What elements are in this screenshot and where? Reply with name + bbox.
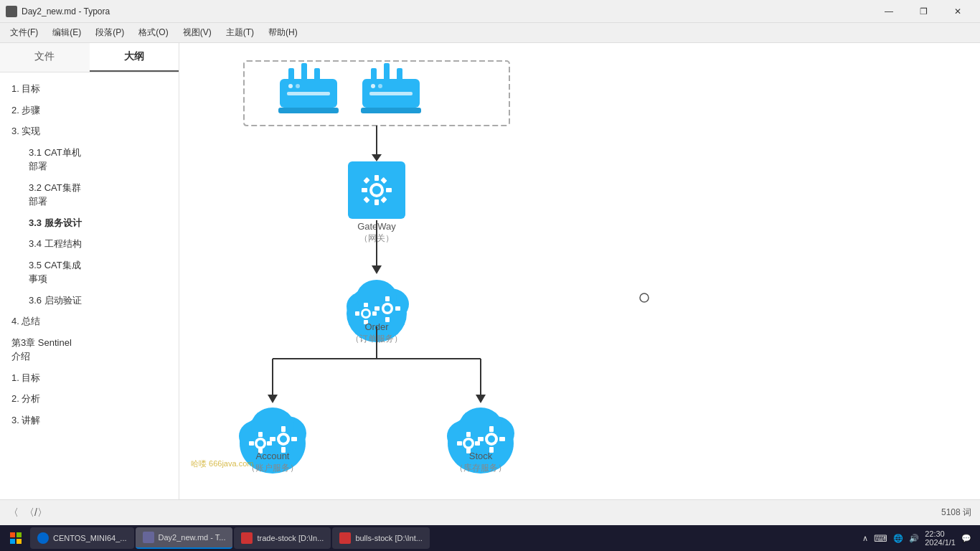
- svg-point-31: [280, 435, 287, 443]
- nav-code-button[interactable]: 〈/〉: [24, 507, 47, 519]
- menu-format[interactable]: 格式(O): [131, 25, 175, 40]
- svg-point-42: [466, 441, 472, 447]
- svg-point-49: [488, 435, 495, 443]
- app-icon: [6, 6, 17, 17]
- nav-prev-button[interactable]: 〈: [9, 507, 19, 519]
- sidebar-content: 1. 目标 2. 步骤 3. 实现 3.1 CAT单机部署 3.2 CAT集群部…: [0, 72, 179, 499]
- outline-item-3-2[interactable]: 3.2 CAT集群部署: [0, 177, 179, 212]
- network-icon[interactable]: 🌐: [893, 534, 903, 543]
- start-button[interactable]: [3, 525, 29, 551]
- svg-rect-7: [364, 303, 368, 307]
- sidebar-tabs: 文件 大纲: [0, 43, 179, 72]
- arrowhead-left: [268, 395, 278, 403]
- show-hidden-icon[interactable]: ∧: [862, 534, 868, 543]
- menu-theme[interactable]: 主题(T): [219, 25, 261, 40]
- svg-rect-56: [10, 539, 15, 544]
- outline-ch3-1[interactable]: 1. 目标: [0, 367, 179, 389]
- taskbar-label-typora: Day2_new.md - T...: [159, 533, 226, 542]
- arrowhead-1: [372, 154, 382, 161]
- router-dot-2a: [371, 84, 375, 88]
- svg-rect-32: [281, 426, 286, 432]
- router-base-1: [278, 108, 339, 113]
- gear-tooth-b: [374, 199, 379, 205]
- maximize-button[interactable]: ❐: [907, 0, 940, 23]
- svg-rect-52: [478, 437, 484, 441]
- menu-help[interactable]: 帮助(H): [261, 25, 305, 40]
- router-antenna-1a: [288, 68, 294, 81]
- order-cloud-group: [347, 280, 409, 342]
- outline-item-3-5[interactable]: 3.5 CAT集成事项: [0, 255, 179, 290]
- outline-item-4[interactable]: 4. 总结: [0, 311, 179, 332]
- outline-item-3[interactable]: 3. 实现: [0, 121, 179, 142]
- taskbar-item-bulls[interactable]: bulls-stock [D:\Int...: [332, 527, 430, 549]
- keyboard-icon[interactable]: ⌨: [874, 533, 887, 544]
- svg-rect-55: [17, 532, 22, 537]
- taskbar-item-centos[interactable]: CENTOS_MINI64_...: [30, 527, 134, 549]
- menu-file[interactable]: 文件(F): [3, 25, 45, 40]
- router-antenna-2c: [397, 68, 402, 81]
- tab-files[interactable]: 文件: [0, 43, 90, 72]
- svg-rect-17: [395, 306, 400, 311]
- router-line-1: [287, 92, 330, 95]
- diagram-svg: GateWay （网关）: [179, 43, 969, 499]
- outline-item-3-6[interactable]: 3.6 启动验证: [0, 290, 179, 311]
- time-display[interactable]: 22:302024/1/1: [925, 529, 956, 547]
- outline-item-1[interactable]: 1. 目标: [0, 78, 179, 100]
- volume-icon[interactable]: 🔊: [909, 534, 919, 543]
- cursor-indicator: [640, 293, 649, 302]
- arrowhead-2: [372, 265, 382, 274]
- typora-icon: [143, 532, 154, 543]
- title-bar-left: Day2_new.md - Typora: [6, 6, 110, 17]
- menu-bar: 文件(F) 编辑(E) 段落(P) 格式(O) 视图(V) 主题(T) 帮助(H…: [0, 23, 980, 43]
- taskbar-label-trade: trade-stock [D:\In...: [257, 534, 324, 542]
- svg-rect-57: [17, 539, 22, 544]
- taskbar-item-typora[interactable]: Day2_new.md - T...: [136, 527, 233, 549]
- outline-item-3-1[interactable]: 3.1 CAT单机部署: [0, 142, 179, 177]
- svg-rect-46: [475, 441, 480, 446]
- word-count: 5108 词: [941, 507, 971, 519]
- outline-item-3-4[interactable]: 3.4 工程结构: [0, 233, 179, 255]
- notification-icon[interactable]: 💬: [961, 534, 971, 543]
- router-dot-1a: [288, 84, 293, 88]
- account-label: Account: [256, 451, 290, 461]
- svg-rect-27: [249, 441, 254, 446]
- title-bar-controls: — ❐ ✕: [872, 0, 974, 23]
- taskbar-label-bulls: bulls-stock [D:\Int...: [355, 534, 423, 542]
- menu-paragraph[interactable]: 段落(P): [88, 25, 131, 40]
- taskbar-item-trade[interactable]: trade-stock [D:\In...: [234, 527, 331, 549]
- tab-outline[interactable]: 大纲: [90, 43, 179, 72]
- minimize-button[interactable]: —: [872, 0, 905, 23]
- taskbar-right: ∧ ⌨ 🌐 🔊 22:302024/1/1 💬: [857, 529, 977, 547]
- outline-ch3-3[interactable]: 3. 讲解: [0, 410, 179, 431]
- taskbar-items: CENTOS_MINI64_... Day2_new.md - T... tra…: [30, 527, 855, 549]
- close-button[interactable]: ✕: [941, 0, 974, 23]
- diagram-area: GateWay （网关）: [179, 43, 980, 499]
- router-antenna-1c: [314, 68, 320, 81]
- outline-chapter3[interactable]: 第3章 Sentinel介绍: [0, 332, 179, 367]
- menu-view[interactable]: 视图(V): [176, 25, 219, 40]
- outline-item-3-3[interactable]: 3.3 服务设计: [0, 212, 179, 234]
- gear-tooth-t: [374, 175, 379, 181]
- status-bar: 〈 〈/〉 5108 词: [0, 499, 980, 525]
- title-bar: Day2_new.md - Typora — ❐ ✕: [0, 0, 980, 23]
- svg-rect-43: [466, 432, 471, 437]
- content-area: GateWay （网关）: [179, 43, 980, 499]
- svg-rect-50: [489, 426, 494, 432]
- account-sublabel: （账户服务）: [247, 463, 298, 473]
- svg-point-13: [385, 306, 391, 312]
- outline-ch3-2[interactable]: 2. 分析: [0, 388, 179, 410]
- svg-point-6: [363, 311, 369, 316]
- svg-rect-25: [258, 432, 263, 437]
- trade-icon: [241, 532, 253, 544]
- outline-item-2[interactable]: 2. 步骤: [0, 100, 179, 121]
- svg-rect-16: [374, 306, 380, 311]
- svg-point-24: [258, 441, 264, 447]
- status-nav: 〈 〈/〉: [9, 507, 47, 519]
- watermark: 哈喽 666java.com: [191, 458, 253, 469]
- gear-tooth-l: [362, 188, 367, 192]
- menu-edit[interactable]: 编辑(E): [45, 25, 88, 40]
- stock-label: Stock: [469, 451, 493, 461]
- taskbar-label-centos: CENTOS_MINI64_...: [53, 534, 127, 542]
- svg-rect-35: [291, 437, 297, 441]
- svg-rect-9: [355, 311, 359, 316]
